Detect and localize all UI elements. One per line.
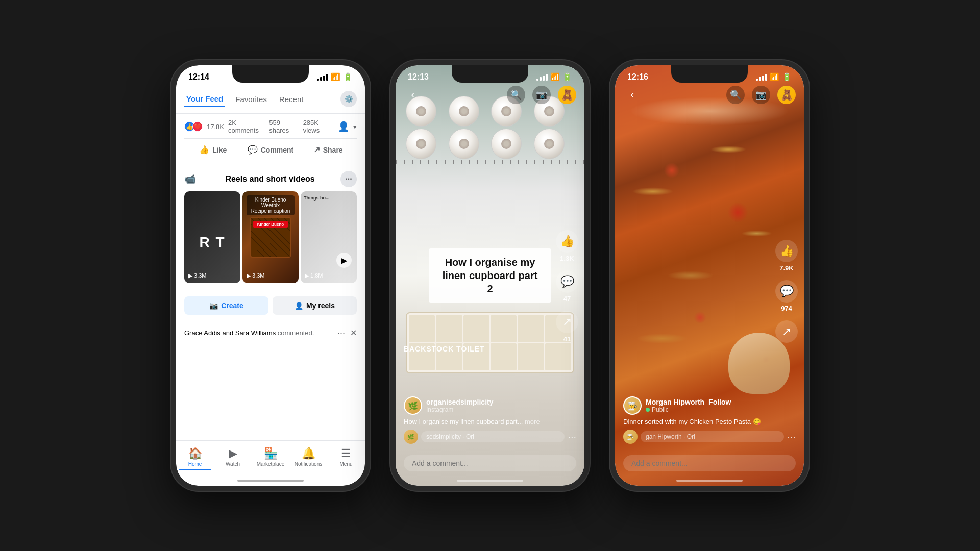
toast-action: commented. [278, 329, 314, 337]
shares-count[interactable]: 559 shares [269, 119, 299, 134]
reel-card-2[interactable]: Kinder Bueno WeetbixRecipe in caption Ki… [242, 191, 299, 283]
share-action-2[interactable]: ↗ 41 [556, 311, 578, 343]
comment-action-3[interactable]: 💬 974 [775, 280, 798, 312]
reel-3-views: ▶ 1.8M [305, 272, 323, 279]
public-dot [646, 408, 650, 412]
username-3[interactable]: Morgan Hipworth [646, 398, 704, 406]
bottom-info-2: 🌿 organisedsimplicity Instagram How I or… [396, 390, 584, 450]
nav-watch[interactable]: ▶ Watch [214, 444, 252, 473]
reel-1-content: R T [184, 191, 240, 283]
share-icon-2: ↗ [556, 311, 578, 333]
nav-menu[interactable]: ☰ Menu [327, 444, 365, 473]
search-button-3[interactable]: 🔍 [726, 86, 745, 104]
like-action-2[interactable]: 👍 1.3K [556, 230, 578, 262]
comment-action-2[interactable]: 💬 47 [556, 270, 578, 303]
like-action-3[interactable]: 👍 7.9K [775, 240, 798, 272]
marketplace-icon: 🏪 [264, 447, 278, 460]
three-dot-button-3[interactable]: ··· [787, 431, 796, 443]
basket-area [406, 312, 574, 373]
share-action-3[interactable]: ↗ [775, 320, 798, 343]
comment-input-3[interactable] [623, 455, 796, 471]
comment-button[interactable]: 💬 Comment [242, 141, 300, 159]
toast-more-button[interactable]: ··· [337, 328, 345, 338]
share-icon-3: ↗ [775, 320, 798, 343]
comment-toast: Grace Addis and Sara Williams commented.… [176, 322, 365, 343]
profile-avatar-3[interactable]: 🧸 [777, 86, 796, 104]
watch-label: Watch [226, 461, 240, 467]
like-label: Like [212, 146, 227, 154]
video-desc-3: Dinner sorted with my Chicken Pesto Past… [623, 418, 796, 425]
comment-icon: 💬 [248, 145, 258, 155]
nav-home[interactable]: 🏠 Home [176, 444, 214, 473]
share-chip-3[interactable]: gan Hipworth · Ori [641, 431, 784, 442]
tab-favorites[interactable]: Favorites [233, 92, 269, 107]
mini-avatar-2: 🌿 [404, 430, 418, 444]
camera-button-2[interactable]: 📷 [532, 86, 551, 104]
user-avatar-2: 🌿 [404, 396, 422, 415]
username-2[interactable]: organisedsimplicity [426, 398, 493, 406]
desc-text-2: How I organise my linen cupboard part... [404, 418, 523, 425]
notifications-icon: 🔔 [302, 447, 315, 460]
top-icons-3: 🔍 📷 🧸 [726, 86, 796, 104]
phone-1: 12:14 📶 🔋 Your Feed Favorites Recent ⚙️ [171, 60, 370, 491]
reel-card-1[interactable]: R T ▶ 3.3M [184, 191, 240, 283]
tab-recent[interactable]: Recent [277, 92, 306, 107]
phone-3: 12:16 📶 🔋 ‹ 🔍 📷 🧸 [610, 60, 809, 491]
user-avatar-mini: 👤 [338, 121, 349, 132]
create-button[interactable]: 📷 Create [184, 296, 268, 315]
tiktok-top-bar-3: ‹ 🔍 📷 🧸 [615, 65, 804, 108]
social-label-2: Instagram [426, 406, 493, 413]
reels-more-button[interactable]: ··· [340, 171, 357, 187]
toast-names[interactable]: Grace Addis and Sara Williams [184, 329, 276, 337]
user-avatar-3: 👨‍🍳 [623, 396, 642, 415]
share-chip-2[interactable]: sedsimplicity · Ori [421, 431, 565, 442]
battery-icon: 🔋 [343, 72, 353, 82]
home-indicator-3 [676, 480, 743, 482]
create-row: 📷 Create 👤 My reels [176, 291, 365, 320]
search-button-2[interactable]: 🔍 [507, 86, 525, 104]
phone-2: How I organise my linen cupboard part 2 … [390, 60, 590, 491]
time-1: 12:14 [188, 72, 209, 82]
my-reels-button[interactable]: 👤 My reels [273, 296, 357, 315]
comment-input-2[interactable] [404, 455, 576, 471]
right-panel-2: 👍 1.3K 💬 47 ↗ 41 [556, 230, 578, 343]
wifi-icon: 📶 [331, 72, 340, 82]
comment-label: Comment [261, 146, 294, 154]
camera-button-3[interactable]: 📷 [752, 86, 770, 104]
home-label: Home [188, 461, 202, 467]
reel-card-3[interactable]: Things ho... ▶ ▶ 1.8M [301, 191, 357, 283]
user-row-3: 👨‍🍳 Morgan Hipworth Follow Public [623, 396, 796, 415]
home-active-indicator [179, 469, 211, 470]
backstock-label: BACKSTOCK TOILET [404, 345, 485, 353]
back-button-3[interactable]: ‹ [623, 86, 642, 104]
toast-close-button[interactable]: ✕ [350, 328, 357, 338]
notifications-label: Notifications [295, 461, 322, 467]
share-row-2: 🌿 sedsimplicity · Ori ··· [404, 430, 576, 444]
user-info-2: organisedsimplicity Instagram [426, 398, 493, 413]
signal-icon [317, 74, 328, 81]
follow-button-3[interactable]: Follow [708, 398, 731, 406]
share-button[interactable]: ↗ Share [299, 141, 357, 159]
reel-2-label: Kinder Bueno WeetbixRecipe in caption [247, 195, 295, 215]
filter-icon[interactable]: ⚙️ [340, 91, 357, 107]
tp-roll-6 [449, 129, 479, 159]
nav-marketplace[interactable]: 🏪 Marketplace [252, 444, 289, 473]
like-button[interactable]: 👍 Like [184, 141, 242, 159]
nav-notifications[interactable]: 🔔 Notifications [289, 444, 327, 473]
comment-bar-3 [615, 451, 804, 475]
fb-header: Your Feed Favorites Recent ⚙️ [176, 85, 365, 114]
fb-reactions: 👍 ❤️ 17.8K 2K comments 559 shares 285K v… [176, 114, 365, 161]
comments-count[interactable]: 2K comments [228, 119, 265, 134]
public-label: Public [652, 406, 669, 413]
tab-your-feed[interactable]: Your Feed [184, 91, 225, 107]
video-text-overlay-2: How I organise my linen cupboard part 2 [429, 248, 551, 303]
tp-roll-8 [534, 129, 565, 159]
create-label: Create [221, 302, 243, 310]
views-count: 285K views [303, 119, 334, 134]
tp-roll-7 [491, 129, 522, 159]
profile-avatar-2[interactable]: 🧸 [558, 86, 576, 104]
three-dot-button-2[interactable]: ··· [568, 431, 576, 443]
back-button-2[interactable]: ‹ [404, 86, 422, 104]
more-button-2[interactable]: more [525, 418, 540, 425]
dropdown-icon[interactable]: ▾ [353, 123, 357, 131]
